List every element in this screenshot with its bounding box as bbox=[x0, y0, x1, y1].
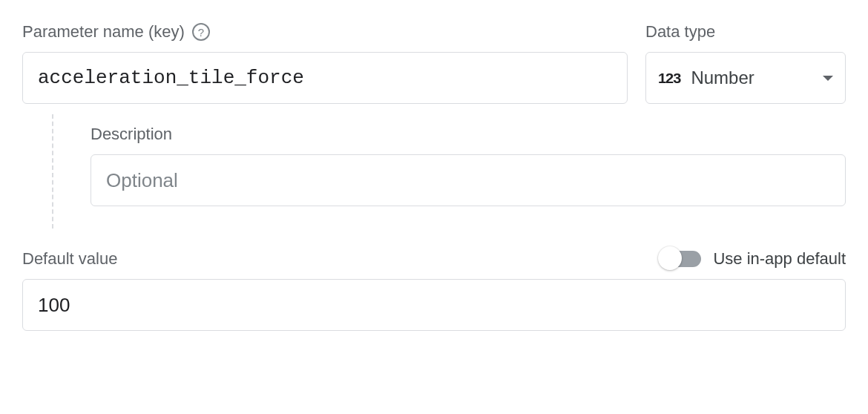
toggle-knob bbox=[658, 246, 682, 270]
chevron-down-icon bbox=[823, 76, 833, 81]
parameter-name-label: Parameter name (key) bbox=[22, 22, 185, 42]
description-label: Description bbox=[91, 125, 172, 144]
default-value-input[interactable] bbox=[22, 279, 846, 331]
help-icon[interactable]: ? bbox=[192, 23, 210, 41]
default-value-label: Default value bbox=[22, 249, 117, 269]
indent-line bbox=[52, 114, 53, 229]
data-type-value: Number bbox=[691, 68, 812, 88]
description-input[interactable] bbox=[91, 154, 846, 206]
data-type-select[interactable]: 123 Number bbox=[645, 52, 846, 104]
parameter-name-input[interactable] bbox=[22, 52, 628, 104]
number-type-icon: 123 bbox=[658, 70, 680, 86]
data-type-label: Data type bbox=[645, 22, 715, 42]
use-in-app-default-label: Use in-app default bbox=[713, 249, 846, 269]
use-in-app-default-toggle[interactable] bbox=[660, 251, 701, 267]
